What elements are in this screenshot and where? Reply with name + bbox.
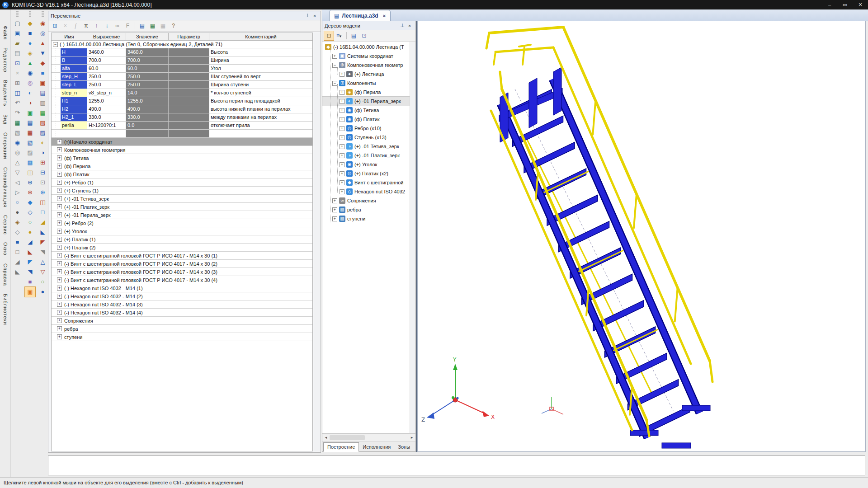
toolbar-icon[interactable]: ▤ xyxy=(25,118,35,128)
toolbar-icon[interactable]: ◁ xyxy=(12,178,23,188)
expand-icon[interactable]: + xyxy=(57,326,62,331)
toolbar-icon[interactable]: ■ xyxy=(12,237,23,247)
tree-item[interactable]: +▣Системы координат xyxy=(322,52,415,61)
toolbar-icon[interactable]: ▽ xyxy=(12,168,23,178)
menu-item-вид[interactable]: Вид xyxy=(3,114,8,125)
feature-row[interactable]: +(-) Hexagon nut ISO 4032 - M14 (3) xyxy=(52,300,312,309)
var-comment-cell[interactable]: между планками на перилах xyxy=(209,113,312,122)
toolbar-icon[interactable]: ◉ xyxy=(38,19,48,28)
toolbar-icon[interactable]: ▥ xyxy=(38,98,48,108)
toolbar-icon[interactable]: ⊞ xyxy=(12,78,23,88)
report-view-icon[interactable]: ▤ xyxy=(137,21,147,30)
expand-icon[interactable]: + xyxy=(57,253,62,258)
expand-icon[interactable]: + xyxy=(57,221,62,225)
tree-item[interactable]: +◎(+) Платик (x2) xyxy=(322,169,415,178)
expand-icon[interactable]: + xyxy=(340,180,344,185)
feature-row[interactable]: +(-) Винт с шестигранной головкой ГОСТ Р… xyxy=(52,268,312,276)
toolbar-icon[interactable]: ○ xyxy=(12,197,23,207)
toolbar-icon[interactable]: ▷ xyxy=(12,188,23,197)
toolbar-icon[interactable]: □ xyxy=(12,247,23,257)
expand-icon[interactable]: + xyxy=(57,277,62,282)
toolbar-icon[interactable]: ⊡ xyxy=(12,58,23,68)
minimize-button[interactable]: – xyxy=(822,0,837,9)
toolbar-icon[interactable]: ◆ xyxy=(38,58,48,68)
var-expression-cell[interactable]: 700.0 xyxy=(87,56,126,65)
tab-исполнения[interactable]: Исполнения xyxy=(359,443,394,451)
var-comment-cell[interactable]: Высота перил над площадкой xyxy=(209,97,312,105)
toolbar-icon[interactable]: ◢ xyxy=(12,257,23,267)
expand-icon[interactable]: + xyxy=(332,216,337,221)
expand-icon[interactable]: + xyxy=(57,286,62,291)
var-expression-cell[interactable]: 250.0 xyxy=(87,73,126,81)
feature-row[interactable]: +(+) Ребро (2) xyxy=(52,219,312,227)
feature-row[interactable]: +ступени xyxy=(52,333,312,341)
tree-item[interactable]: +◎Ступень (x13) xyxy=(322,133,415,142)
toolbar-icon[interactable]: ↷ xyxy=(12,108,23,118)
scroll-thumb[interactable] xyxy=(330,435,365,440)
expand-icon[interactable]: + xyxy=(340,189,344,194)
menu-item-окно[interactable]: Окно xyxy=(3,242,8,256)
var-expression-cell[interactable]: 250.0 xyxy=(87,81,126,89)
close-icon[interactable]: × xyxy=(406,23,413,28)
toolbar-icon[interactable]: ◫ xyxy=(38,197,48,207)
toolbar-icon[interactable]: ● xyxy=(25,227,35,237)
var-name-cell[interactable]: step_L xyxy=(61,81,87,89)
tree-item[interactable]: +◉(+) Уголок xyxy=(322,160,415,169)
toolbar-icon[interactable]: ⊟ xyxy=(38,168,48,178)
var-expression-cell[interactable]: 1255.0 xyxy=(87,97,126,105)
toolbar-icon[interactable]: ⊗ xyxy=(25,188,35,197)
expand-icon[interactable]: + xyxy=(57,188,62,193)
expand-icon[interactable]: + xyxy=(340,135,344,140)
tree-item[interactable]: +◐(+) -01 Перила_зерк xyxy=(322,97,415,106)
expand-icon[interactable]: + xyxy=(57,318,62,323)
expand-icon[interactable]: + xyxy=(332,198,337,203)
expand-icon[interactable]: + xyxy=(57,180,62,185)
toolbar-icon[interactable]: ● xyxy=(12,207,23,217)
feature-row[interactable]: +(+) Ступень (1) xyxy=(52,187,312,195)
toolbar-icon[interactable]: ◫ xyxy=(12,88,23,98)
toolbar-icon[interactable]: ⊕ xyxy=(25,178,35,188)
display-filter-icon[interactable]: ≡▼ xyxy=(335,31,344,40)
tab-зоны[interactable]: Зоны xyxy=(394,443,414,451)
expand-icon[interactable]: + xyxy=(57,172,62,177)
close-icon[interactable]: × xyxy=(311,13,318,19)
expand-icon[interactable]: + xyxy=(340,153,344,158)
var-name-cell[interactable]: H2 xyxy=(61,105,87,113)
var-expression-cell[interactable]: 490.0 xyxy=(87,105,126,113)
toolbar-icon[interactable]: ◐ xyxy=(25,88,35,98)
var-expression-cell[interactable]: 60.0 xyxy=(87,65,126,73)
tree-item[interactable]: +●(+) Лестница xyxy=(322,70,415,79)
expand-icon[interactable]: + xyxy=(332,54,337,59)
tab-построение[interactable]: Построение xyxy=(323,442,359,452)
tree-item[interactable]: +▧ступени xyxy=(322,214,415,223)
toolbar-icon[interactable]: ◈ xyxy=(12,217,23,227)
toolbar-icon[interactable]: ◥ xyxy=(25,267,35,277)
toolbar-icon[interactable]: ◇ xyxy=(12,227,23,237)
feature-row[interactable]: +(+) Платик (1) xyxy=(52,235,312,244)
var-name-cell[interactable]: step_n xyxy=(61,89,87,97)
toolbar-icon[interactable]: ■ xyxy=(25,277,35,287)
feature-row[interactable]: +(+) Ребро (1) xyxy=(52,178,312,187)
expand-icon[interactable]: + xyxy=(57,302,62,307)
constant-pi-icon[interactable]: π xyxy=(81,21,91,30)
var-expression-cell[interactable] xyxy=(87,130,126,138)
scroll-right-icon[interactable]: ▸ xyxy=(409,435,415,440)
var-name-cell[interactable]: H2_1 xyxy=(61,113,87,122)
feature-row[interactable]: +(-) Винт с шестигранной головкой ГОСТ Р… xyxy=(52,276,312,284)
feature-row[interactable]: +(ф) Тетива xyxy=(52,154,312,162)
toolbar-icon[interactable]: ▢ xyxy=(12,19,23,28)
toolbar-icon[interactable]: ● xyxy=(25,38,35,48)
var-comment-cell[interactable]: Угол xyxy=(209,65,312,73)
pin-icon[interactable]: ⊥ xyxy=(399,23,406,28)
expand-icon[interactable]: + xyxy=(332,207,337,212)
var-name-cell[interactable]: B xyxy=(61,56,87,65)
toolbar-icon[interactable]: ◤ xyxy=(38,237,48,247)
expand-icon[interactable]: + xyxy=(57,245,62,250)
var-comment-cell[interactable]: Ширина xyxy=(209,56,312,65)
menu-item-выделить[interactable]: Выделить xyxy=(3,80,8,107)
toolbar-icon[interactable]: × xyxy=(12,68,23,78)
model-tree-vertical-scrollbar[interactable] xyxy=(410,42,415,433)
feature-row[interactable]: +(+) Уголок xyxy=(52,227,312,235)
toolbar-drag-handle[interactable] xyxy=(29,11,31,17)
toolbar-icon[interactable]: ▦ xyxy=(12,118,23,128)
